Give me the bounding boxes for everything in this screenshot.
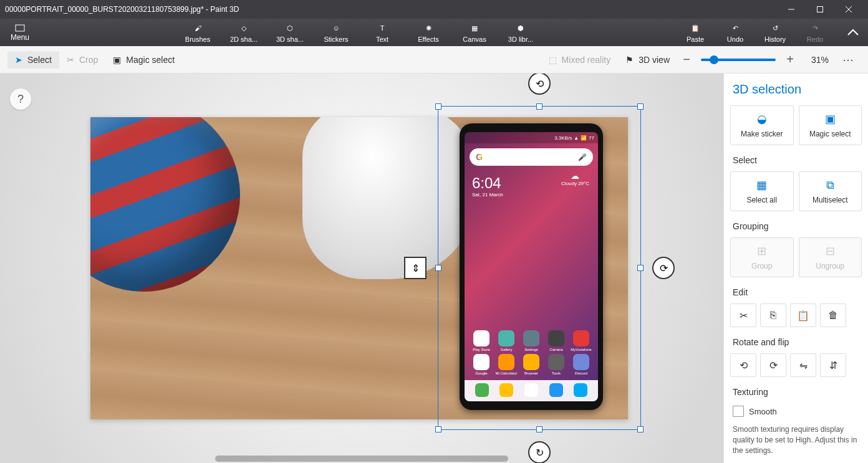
ribbon: Menu 🖌Brushes ◇2D sha... ⬡3D sha... ☺Sti… xyxy=(0,19,868,46)
phone-weather: ☁ Cloudy 29°C xyxy=(561,171,589,186)
phone-app: Google xyxy=(470,354,493,375)
phone-app: Settings xyxy=(519,330,543,351)
paste-panel-icon: 📋 xyxy=(797,310,809,322)
magic-select-button[interactable]: ▣ Magic select xyxy=(105,51,182,69)
dock-app xyxy=(549,383,563,397)
resize-handle[interactable] xyxy=(637,265,644,271)
mixed-reality-icon: ⬚ xyxy=(549,55,557,65)
select-button[interactable]: ➤ Select xyxy=(7,51,59,69)
paste-icon: 📋 xyxy=(681,22,710,34)
close-button[interactable] xyxy=(834,0,863,19)
svg-rect-4 xyxy=(16,25,24,31)
zoom-in-button[interactable]: + xyxy=(781,50,799,69)
rotate-y-handle[interactable]: ⟳ xyxy=(652,257,675,279)
collapse-panel-button[interactable] xyxy=(841,29,866,36)
flip-vertical-button[interactable]: ⇵ xyxy=(820,353,846,377)
phone-app: Mi Calculator xyxy=(494,354,518,375)
phone-app: Browser xyxy=(519,354,543,375)
rotate-x-handle[interactable]: ⟲ xyxy=(528,74,551,95)
sub-toolbar: ➤ Select ✂ Crop ▣ Magic select ⬚ Mixed r… xyxy=(0,46,868,74)
maximize-button[interactable] xyxy=(806,0,834,19)
panel-magic-select-button[interactable]: ▣ Magic select xyxy=(799,105,862,145)
rotate-left-icon: ⟲ xyxy=(740,360,748,371)
minimize-button[interactable] xyxy=(777,0,806,19)
rotate-section-label: Rotate and flip xyxy=(733,337,862,347)
zoom-value[interactable]: 31% xyxy=(804,55,836,65)
flip-h-icon: ⇋ xyxy=(799,360,808,371)
help-button[interactable]: ? xyxy=(10,88,31,110)
grouping-section-label: Grouping xyxy=(733,221,862,231)
smooth-checkbox[interactable] xyxy=(733,406,744,417)
undo-button[interactable]: ↶Undo xyxy=(721,22,750,43)
phone-app: Tools xyxy=(544,354,568,375)
zoom-slider[interactable] xyxy=(701,59,776,61)
text-icon: T xyxy=(365,22,400,34)
canvas-tool[interactable]: ▦Canvas xyxy=(457,22,492,43)
phone-app: Play Store xyxy=(470,330,493,351)
undo-icon: ↶ xyxy=(721,22,750,34)
rotate-left-button[interactable]: ⟲ xyxy=(730,353,756,377)
dock-app xyxy=(475,383,489,397)
menu-button[interactable]: Menu xyxy=(2,21,37,44)
texturing-section-label: Texturing xyxy=(733,387,862,397)
group-icon: ⊞ xyxy=(733,244,791,258)
panel-title: 3D selection xyxy=(730,82,862,97)
history-button[interactable]: ↺History xyxy=(761,22,789,43)
make-sticker-button[interactable]: ◒ Make sticker xyxy=(730,105,794,145)
phone-app: MyVodafone xyxy=(569,330,593,351)
more-options-button[interactable]: ⋯ xyxy=(836,53,861,67)
multiselect-button[interactable]: ⧉ Multiselect xyxy=(799,171,862,211)
horizontal-scrollbar[interactable] xyxy=(215,456,508,462)
smartphone: 3.3KB/s ▲📶77 G 🎤 6:04 Sat, 21 March xyxy=(460,123,603,410)
rotate-z-handle[interactable]: ↻ xyxy=(528,441,551,463)
zoom-controls: − + 31% xyxy=(677,50,836,69)
3d-library-tool[interactable]: ⬢3D libr... xyxy=(503,22,538,43)
texturing-hint: Smooth texturing requires display qualit… xyxy=(730,424,862,456)
rotate-right-button[interactable]: ⟳ xyxy=(760,353,786,377)
dock-app xyxy=(524,383,538,397)
image-canvas[interactable]: 3.3KB/s ▲📶77 G 🎤 6:04 Sat, 21 March xyxy=(90,117,628,419)
mixed-reality-button[interactable]: ⬚ Mixed reality xyxy=(541,51,619,69)
zoom-out-button[interactable]: − xyxy=(677,50,696,69)
shapes3d-icon: ⬡ xyxy=(272,22,307,34)
resize-handle[interactable] xyxy=(435,426,441,432)
3d-shapes-tool[interactable]: ⬡3D sha... xyxy=(272,22,307,43)
paste-panel-button[interactable]: 📋 xyxy=(790,303,816,327)
cut-icon: ✂ xyxy=(740,310,748,322)
copy-button[interactable]: ⎘ xyxy=(760,303,786,327)
window-title: 00000PORTRAIT_00000_BURST202003211807538… xyxy=(5,5,777,14)
resize-handle[interactable] xyxy=(536,103,542,110)
redo-button[interactable]: ↷Redo xyxy=(801,22,829,43)
ungroup-button[interactable]: ⊟ Ungroup xyxy=(799,237,862,277)
phone-app: Discord xyxy=(569,354,593,375)
resize-handle[interactable] xyxy=(637,103,644,110)
text-tool[interactable]: TText xyxy=(365,22,400,43)
crop-button[interactable]: ✂ Crop xyxy=(59,51,105,69)
select-all-button[interactable]: ▦ Select all xyxy=(730,171,794,211)
edit-section-label: Edit xyxy=(733,287,862,297)
cursor-icon: ➤ xyxy=(15,55,22,65)
stickers-tool[interactable]: ☺Stickers xyxy=(319,22,354,43)
resize-handle[interactable] xyxy=(435,103,441,110)
resize-handle[interactable] xyxy=(637,426,644,432)
phone-dock xyxy=(465,380,598,401)
effects-icon: ✺ xyxy=(411,22,446,34)
history-icon: ↺ xyxy=(761,22,789,34)
title-bar: 00000PORTRAIT_00000_BURST202003211807538… xyxy=(0,0,868,19)
cut-button[interactable]: ✂ xyxy=(730,303,756,327)
group-button[interactable]: ⊞ Group xyxy=(730,237,794,277)
redo-icon: ↷ xyxy=(801,22,829,34)
magic-select-icon: ▣ xyxy=(113,55,121,65)
select-all-icon: ▦ xyxy=(733,178,791,192)
flip-horizontal-button[interactable]: ⇋ xyxy=(790,353,816,377)
effects-tool[interactable]: ✺Effects xyxy=(411,22,446,43)
3d-view-button[interactable]: ⚑ 3D view xyxy=(618,51,677,69)
2d-shapes-tool[interactable]: ◇2D sha... xyxy=(226,22,261,43)
canvas-area[interactable]: ? 3.3KB/s ▲📶77 G 🎤 xyxy=(0,74,723,463)
paste-button[interactable]: 📋Paste xyxy=(681,22,710,43)
delete-button[interactable]: 🗑 xyxy=(820,303,846,327)
svg-rect-1 xyxy=(817,7,823,12)
brushes-tool[interactable]: 🖌Brushes xyxy=(180,22,215,43)
resize-handle[interactable] xyxy=(536,426,542,432)
crop-icon: ✂ xyxy=(67,55,74,65)
